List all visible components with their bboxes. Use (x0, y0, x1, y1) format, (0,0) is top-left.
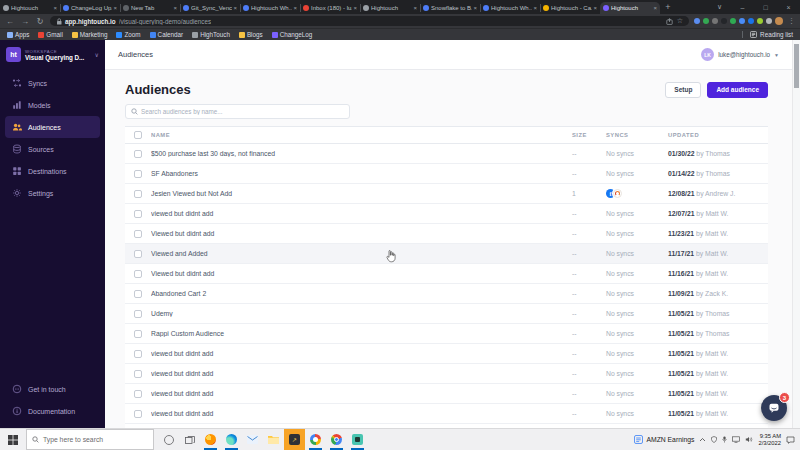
table-row[interactable]: Jesien Viewed but Not Add 1 f 12/08/21 b… (125, 184, 768, 204)
bookmark-item[interactable]: HighTouch (192, 31, 230, 38)
column-header-name[interactable]: NAME (151, 132, 572, 138)
row-checkbox[interactable] (134, 290, 142, 298)
audience-name[interactable]: Viewed but didnt add (151, 230, 572, 237)
table-row[interactable]: Viewed and Added -- No syncs 11/17/21 by… (125, 244, 768, 264)
audience-name[interactable]: viewed but didnt add (151, 410, 572, 417)
row-checkbox[interactable] (134, 390, 142, 398)
row-checkbox[interactable] (134, 370, 142, 378)
menu-kebab-icon[interactable]: ⋮ (788, 17, 795, 25)
table-row[interactable]: Viewed but didnt add -- No syncs 11/16/2… (125, 264, 768, 284)
table-row[interactable]: viewed but didnt add -- No syncs 12/07/2… (125, 204, 768, 224)
column-header-syncs[interactable]: SYNCS (606, 132, 668, 138)
add-audience-button[interactable]: Add audience (707, 82, 768, 98)
table-row[interactable]: $500 purchase last 30 days, not financed… (125, 144, 768, 164)
sidebar-item-sources[interactable]: Sources (5, 138, 100, 160)
tab-close-icon[interactable]: × (353, 5, 357, 11)
profile-avatar-icon[interactable] (775, 17, 783, 25)
sidebar-item-get-in-touch[interactable]: Get in touch (5, 378, 100, 400)
tab-close-icon[interactable]: × (473, 5, 477, 11)
tab-search-chevron-icon[interactable]: ∨ (708, 3, 731, 11)
audience-search[interactable] (125, 104, 350, 119)
scrollbar-thumb[interactable] (794, 44, 799, 88)
bookmark-item[interactable]: ChangeLog (272, 31, 313, 38)
pinwheel-app-icon[interactable] (305, 429, 326, 450)
select-all-checkbox[interactable] (134, 131, 142, 139)
sidebar-item-settings[interactable]: Settings (5, 182, 100, 204)
browser-tab[interactable]: Git_Sync_Venc... × (180, 2, 240, 14)
forward-icon[interactable]: → (20, 17, 30, 26)
sidebar-item-syncs[interactable]: Syncs (5, 72, 100, 94)
address-bar[interactable]: app.hightouch.io/visual-querying-demo/au… (50, 16, 689, 26)
extension-icon[interactable] (712, 18, 718, 24)
tab-close-icon[interactable]: × (413, 5, 417, 11)
sidebar-item-destinations[interactable]: Destinations (5, 160, 100, 182)
firefox-icon[interactable] (200, 429, 221, 450)
audience-name[interactable]: $500 purchase last 30 days, not financed (151, 150, 572, 157)
extension-icon[interactable] (766, 18, 772, 24)
column-header-updated[interactable]: UPDATED (668, 132, 768, 138)
sidebar-item-models[interactable]: Models (5, 94, 100, 116)
column-header-size[interactable]: SIZE (572, 132, 606, 138)
file-explorer-icon[interactable] (263, 429, 284, 450)
row-checkbox[interactable] (134, 350, 142, 358)
task-view-icon[interactable] (179, 429, 200, 450)
search-input[interactable] (141, 108, 344, 115)
extension-icon[interactable] (721, 18, 727, 24)
table-row[interactable]: Rappi Custom Audience -- No syncs 11/05/… (125, 324, 768, 344)
mail-icon[interactable] (242, 429, 263, 450)
extension-icon[interactable] (748, 18, 754, 24)
bookmark-star-icon[interactable]: ☆ (677, 17, 683, 25)
audience-name[interactable]: viewed but didnt add (151, 370, 572, 377)
table-row[interactable]: viewed but didnt add -- No syncs 11/05/2… (125, 364, 768, 384)
audience-name[interactable]: Viewed and Added (151, 250, 572, 257)
workspace-switcher[interactable]: ht WORKSPACE Visual Querying D... ∨ (0, 40, 105, 68)
audience-name[interactable]: SF Abandoners (151, 170, 572, 177)
table-row[interactable]: viewed but didnt add -- No syncs 11/05/2… (125, 344, 768, 364)
table-row[interactable]: viewed but didnt add -- No syncs 11/05/2… (125, 384, 768, 404)
speaker-icon[interactable] (745, 436, 753, 443)
extension-icon[interactable] (757, 18, 763, 24)
tray-chevron-up-icon[interactable] (699, 437, 706, 442)
maximize-icon[interactable]: □ (754, 4, 777, 11)
bookmark-item[interactable]: Apps (7, 31, 29, 38)
row-checkbox[interactable] (134, 150, 142, 158)
browser-tab[interactable]: Hightouch Wh... × (240, 2, 300, 14)
audience-name[interactable]: Udemy (151, 310, 572, 317)
new-tab-button[interactable]: + (660, 2, 676, 14)
audience-name[interactable]: viewed but didnt add (151, 390, 572, 397)
reload-icon[interactable]: ↻ (35, 17, 45, 26)
bookmark-item[interactable]: Zoom (116, 31, 140, 38)
notification-center-icon[interactable] (786, 436, 795, 444)
browser-tab[interactable]: Snowflake to B... × (420, 2, 480, 14)
chrome-icon[interactable] (326, 429, 347, 450)
cortana-icon[interactable] (158, 429, 179, 450)
table-row[interactable]: Udemy -- No syncs 11/05/21 by Thomas (125, 304, 768, 324)
bookmark-item[interactable]: Marketing (72, 31, 108, 38)
close-icon[interactable]: × (777, 4, 800, 11)
browser-tab[interactable]: Hightouch × (0, 2, 60, 14)
taskbar-search[interactable]: Type here to search (26, 429, 154, 450)
row-checkbox[interactable] (134, 270, 142, 278)
setup-button[interactable]: Setup (665, 82, 701, 98)
back-icon[interactable]: ← (5, 17, 15, 26)
row-checkbox[interactable] (134, 410, 142, 418)
sidebar-item-audiences[interactable]: Audiences (5, 116, 100, 138)
tab-close-icon[interactable]: × (533, 5, 537, 11)
audience-name[interactable]: Rappi Custom Audience (151, 330, 572, 337)
tab-close-icon[interactable]: × (173, 5, 177, 11)
screen-recorder-icon[interactable] (347, 429, 368, 450)
audience-name[interactable]: viewed but didnt add (151, 350, 572, 357)
table-row[interactable]: Viewed but didnt add -- No syncs 11/23/2… (125, 224, 768, 244)
browser-tab[interactable]: Hightouch - Ca... × (540, 2, 600, 14)
audience-name[interactable]: viewed but didnt add (151, 210, 572, 217)
news-widget[interactable]: AMZN Earnings (634, 435, 694, 444)
start-button[interactable] (0, 429, 26, 450)
shield-icon[interactable] (711, 436, 717, 443)
intercom-launcher[interactable]: 3 (761, 395, 787, 421)
tab-close-icon[interactable]: × (113, 5, 117, 11)
browser-tab[interactable]: Hightouch × (600, 2, 660, 14)
row-checkbox[interactable] (134, 170, 142, 178)
table-row[interactable]: Abandoned Cart 2 -- No syncs 11/09/21 by… (125, 284, 768, 304)
audience-name[interactable]: Abandoned Cart 2 (151, 290, 572, 297)
row-checkbox[interactable] (134, 230, 142, 238)
